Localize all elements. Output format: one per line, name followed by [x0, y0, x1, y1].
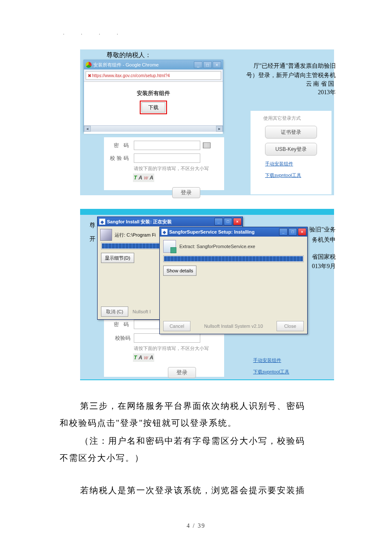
chrome-popup-window: 安装所有组件 - Google Chrome _ □ × ✖ https://w…	[84, 60, 223, 132]
login-form-1: 密 码 校验码 请按下面的字符填写，不区分大小写 T A w A 登录	[104, 137, 224, 190]
installer2-titlebar[interactable]: ◆ SangforSuperService Setup: Installing …	[160, 227, 307, 237]
right-links-panel-2: 手动安装组件 下载svpntool工具	[251, 352, 327, 375]
download-button[interactable]: 下载	[141, 102, 165, 113]
exe-icon	[163, 240, 176, 253]
installer1-maximize[interactable]: □	[224, 218, 232, 225]
scroll-right-arrow[interactable]: ►	[216, 126, 223, 132]
paragraph-note: （注：用户名和密码中若有字母需区分大小写，校验码 不需区分大小写。）	[60, 432, 341, 466]
captcha-label-2: 校验码	[104, 335, 134, 342]
extract-text: Extract: SangforPromoteService.exe	[179, 244, 255, 249]
popup-heading: 安装所有组件	[84, 90, 223, 97]
alt-login-title: 使用其它登录方式	[263, 115, 331, 121]
sangfor-superservice-window: ◆ SangforSuperService Setup: Installing …	[159, 227, 308, 334]
close-button[interactable]: ×	[213, 61, 221, 68]
nullsoft-text-1: Nullsoft I	[133, 309, 151, 314]
manual-install-link-2[interactable]: 手动安装组件	[253, 357, 327, 364]
keyboard-icon[interactable]	[203, 142, 210, 148]
installer1-minimize[interactable]: _	[214, 218, 223, 225]
url-text: https://www.itax.gov.cn/com/setup.html?4	[92, 73, 170, 78]
usb-key-login-button[interactable]: USB-Key登录	[265, 143, 317, 156]
installer2-minimize[interactable]: _	[279, 228, 288, 236]
installer2-maximize[interactable]: □	[288, 228, 297, 236]
captcha-input-2[interactable]	[134, 333, 200, 343]
bg-text-2: 号）登录，新开户请向主管税务机	[246, 72, 336, 79]
svpntool-download-link-2[interactable]: 下载svpntool工具	[253, 369, 327, 375]
bg-char-2: 开	[89, 235, 95, 243]
captcha-input[interactable]	[134, 153, 200, 163]
paragraph-first-login: 若纳税人是第一次登录该系统，浏览器会提示要安装插	[60, 482, 341, 499]
header-dots: . . . .	[63, 30, 126, 36]
close-en-button[interactable]: Close	[277, 321, 304, 331]
minimize-button[interactable]: _	[194, 61, 202, 68]
chrome-icon	[86, 62, 92, 68]
installer1-close[interactable]: ×	[233, 218, 242, 225]
installer-icon: ◆	[99, 219, 105, 225]
bg-right-1: 验旧"业务	[309, 226, 336, 234]
horizontal-scrollbar[interactable]: ◄ ►	[84, 125, 223, 132]
greeting-text: 尊敬的纳税人：	[107, 51, 151, 59]
screenshot-2: 尊 开 验旧"业务 务机关申 省国家税 013年9月 密 码 校验码 请按下面的…	[80, 209, 334, 380]
alt-login-panel: 使用其它登录方式 证书登录 USB-Key登录 手动安装组件 下载svpntoo…	[251, 111, 331, 194]
page-number: 4 / 39	[0, 523, 392, 529]
captcha-label: 校验码	[104, 155, 134, 162]
svpntool-download-link[interactable]: 下载svpntool工具	[265, 172, 331, 179]
highlighted-box: 下载	[140, 101, 167, 114]
captcha-image-2[interactable]: T A w A	[133, 353, 154, 362]
paragraph-step3: 第三步，在网络服务平台界面依次纳税人识别号、密码 和校验码点击"登录"按钮就可以…	[60, 397, 341, 431]
installer2-close[interactable]: ×	[298, 228, 306, 236]
address-bar[interactable]: ✖ https://www.itax.gov.cn/com/setup.html…	[86, 71, 221, 80]
installer1-titlebar[interactable]: ◆ Sangfor Install 安装: 正在安装 _ □ ×	[98, 217, 242, 226]
cert-login-button[interactable]: 证书登录	[265, 126, 317, 139]
screenshot-1: 尊敬的纳税人： 厅"已经开通"普通发票自助验旧 号）登录，新开户请向主管税务机 …	[80, 49, 334, 195]
bg-right-2: 务机关申	[312, 236, 336, 244]
nullsoft-text-2: Nullsoft Install System v2.10	[204, 324, 263, 329]
installer1-title: Sangfor Install 安装: 正在安装	[107, 219, 172, 225]
installer2-icon: ◆	[161, 229, 167, 235]
manual-install-link[interactable]: 手动安装组件	[265, 161, 331, 167]
installer2-title: SangforSuperService Setup: Installing	[169, 229, 255, 234]
installer2-progress	[163, 255, 304, 262]
password-label: 密 码	[104, 142, 134, 149]
run-text: 运行: C:\Program Fi	[115, 232, 156, 238]
bg-right-3: 省国家税	[312, 253, 336, 261]
show-details-en-button[interactable]: Show details	[163, 266, 196, 276]
show-details-cn-button[interactable]: 显示细节(D)	[101, 253, 134, 263]
scroll-left-arrow[interactable]: ◄	[84, 126, 91, 132]
bg-right-4: 013年9月	[312, 263, 336, 270]
bg-text-1: 厅"已经开通"普通发票自助验旧	[254, 62, 336, 70]
login-button-2[interactable]: 登录	[168, 367, 196, 378]
bg-text-4: 2013年	[318, 89, 336, 96]
password-label-2: 密 码	[104, 321, 134, 328]
chrome-titlebar[interactable]: 安装所有组件 - Google Chrome _ □ ×	[84, 60, 223, 69]
cancel-cn-button[interactable]: 取消 (C)	[101, 306, 128, 317]
maximize-button[interactable]: □	[203, 61, 212, 68]
run-icon	[100, 229, 112, 241]
password-input[interactable]	[134, 141, 200, 150]
chrome-window-title: 安装所有组件 - Google Chrome	[93, 62, 159, 68]
captcha-image[interactable]: T A w A	[133, 173, 154, 182]
bg-text-3: 云 南 省 国	[306, 80, 334, 88]
bg-char-1: 尊	[89, 222, 95, 229]
captcha-hint: 请按下面的字符填写，不区分大小写	[134, 165, 224, 172]
cancel-en-button[interactable]: Cancel	[163, 321, 190, 331]
captcha-hint-2: 请按下面的字符填写，不区分大小写	[134, 345, 224, 352]
login-button[interactable]: 登录	[172, 187, 200, 198]
insecure-icon: ✖	[88, 73, 91, 78]
